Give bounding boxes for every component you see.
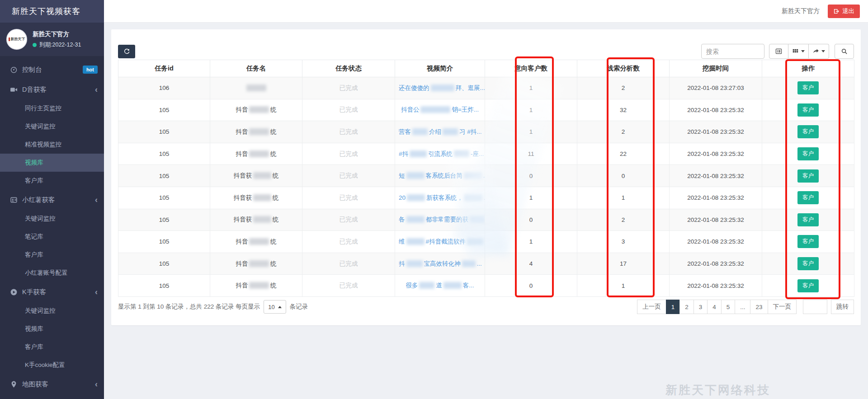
chevron-left-icon: ‹ xyxy=(95,288,98,296)
sidebar-item[interactable]: 客户库 xyxy=(0,246,104,264)
detail-view-button[interactable] xyxy=(769,44,788,59)
cell-task-name: 抖音获统 xyxy=(210,165,302,187)
video-intro-link[interactable]: #抖引流系统-座... xyxy=(399,150,484,157)
sidebar-item[interactable]: 关键词监控 xyxy=(0,210,104,228)
page-size-dropdown[interactable]: 10 xyxy=(264,300,286,314)
header-username[interactable]: 新胜天下官方 xyxy=(782,7,820,15)
cell-task-status: 已完成 xyxy=(302,231,395,253)
pagination-page[interactable]: 2 xyxy=(679,300,694,314)
status-text: 已完成 xyxy=(340,106,358,113)
cell-task-status: 已完成 xyxy=(302,99,395,121)
sidebar-item-label: D音获客 xyxy=(22,85,90,94)
video-intro-link[interactable]: 营客介绍习 #抖... xyxy=(399,128,482,135)
video-intro-link[interactable]: 还在傻傻的拜、逛展... xyxy=(399,84,485,91)
cell-clue-count: 2 xyxy=(577,121,670,143)
jump-page-input[interactable] xyxy=(803,300,827,314)
pagination-page[interactable]: 3 xyxy=(693,300,708,314)
cell-intent-count: 1 xyxy=(485,99,577,121)
pagination-next[interactable]: 下一页 xyxy=(768,300,797,314)
sidebar-item[interactable]: D音获客‹ xyxy=(0,80,104,99)
customer-button[interactable]: 客户 xyxy=(797,213,819,226)
customer-button[interactable]: 客户 xyxy=(797,147,819,160)
search-input[interactable] xyxy=(701,44,764,59)
pagination-page[interactable]: 1 xyxy=(666,300,680,314)
cell-task-name: 抖音获统 xyxy=(210,209,302,231)
sidebar-item-label: 关键词监控 xyxy=(25,122,104,131)
cell-actions: 客户 xyxy=(762,99,854,121)
text-fragment: 统 xyxy=(270,260,277,267)
columns-toggle-button[interactable] xyxy=(788,44,809,59)
sidebar-item[interactable]: 同行主页监控 xyxy=(0,99,104,117)
redacted-blur xyxy=(249,106,269,113)
sidebar-item[interactable]: 关键词监控 xyxy=(0,117,104,136)
redacted-blur xyxy=(253,216,271,223)
redacted-blur xyxy=(467,238,483,245)
sidebar-item[interactable]: 客户库 xyxy=(0,338,104,356)
page-button-list: 上一页12345...23下一页 xyxy=(637,300,797,314)
text-fragment: -座... xyxy=(471,150,484,157)
video-intro-link[interactable]: 维#抖音截流软件. xyxy=(399,238,485,245)
video-intro-link[interactable]: 抖音公销=王炸... xyxy=(401,106,479,113)
table-row: 106已完成还在傻傻的拜、逛展...122022-01-08 23:27:03客… xyxy=(118,77,854,99)
sidebar-item[interactable]: 小红薯获客‹ xyxy=(0,190,104,210)
sidebar-item-label: 视频库 xyxy=(25,325,104,333)
cell-mine-time: 2022-01-08 23:25:32 xyxy=(670,275,762,297)
cell-intent-count: 1 xyxy=(485,77,577,99)
cell-clue-count: 22 xyxy=(577,143,670,165)
sidebar-item[interactable]: 视频库 xyxy=(0,320,104,338)
redacted-blur xyxy=(249,260,269,267)
cell-task-name: 抖音统 xyxy=(210,253,302,275)
cell-video-intro: 营客介绍习 #抖... xyxy=(395,121,485,143)
video-intro-link[interactable]: 很多道客... xyxy=(406,282,474,289)
jump-button[interactable]: 跳转 xyxy=(831,300,854,314)
video-intro-link[interactable]: 各都非常需要的获. xyxy=(399,216,485,223)
status-text: 已完成 xyxy=(340,172,358,179)
export-button[interactable] xyxy=(809,44,829,59)
sidebar-item[interactable]: 地图获客‹ xyxy=(0,374,104,394)
sidebar-item[interactable]: 客户库 xyxy=(0,172,104,190)
video-intro-link[interactable]: 20新获客系统，.. xyxy=(399,194,485,201)
customer-button[interactable]: 客户 xyxy=(797,191,819,204)
refresh-icon xyxy=(123,48,130,55)
column-header-task-status: 任务状态 xyxy=(302,60,395,77)
table-row: 105抖音统已完成维#抖音截流软件.132022-01-08 23:25:32客… xyxy=(118,231,854,253)
text-fragment: 抖音获 xyxy=(234,172,252,179)
avatar: 新胜天下 xyxy=(6,29,27,50)
search-button[interactable] xyxy=(835,44,854,59)
refresh-button[interactable] xyxy=(118,45,135,58)
pagination-prev[interactable]: 上一页 xyxy=(637,300,666,314)
sidebar-item[interactable]: 控制台hot xyxy=(0,60,104,80)
sidebar-item[interactable]: 精准视频监控 xyxy=(0,136,104,154)
pagination-page[interactable]: 4 xyxy=(707,300,722,314)
sidebar-item-label: 小红薯账号配置 xyxy=(25,269,104,277)
logout-button[interactable]: 退出 xyxy=(828,5,860,18)
customer-button[interactable]: 客户 xyxy=(797,257,819,270)
video-intro-link[interactable]: 抖宝高效转化神... xyxy=(399,260,482,267)
redacted-blur xyxy=(406,172,425,179)
cell-task-id: 105 xyxy=(118,253,210,275)
cell-clue-count: 2 xyxy=(577,77,670,99)
sidebar-item[interactable]: 小红薯账号配置 xyxy=(0,264,104,282)
sidebar-item-label: 关键词监控 xyxy=(25,307,104,315)
customer-button[interactable]: 客户 xyxy=(797,103,819,117)
sidebar-item[interactable]: 关键词监控 xyxy=(0,302,104,320)
cell-task-status: 已完成 xyxy=(302,253,395,275)
customer-button[interactable]: 客户 xyxy=(797,81,819,94)
redacted-blur xyxy=(406,216,425,223)
customer-button[interactable]: 客户 xyxy=(797,169,819,183)
sidebar-item[interactable]: 视频库 xyxy=(0,154,104,172)
customer-button[interactable]: 客户 xyxy=(797,125,819,138)
sidebar-item[interactable]: K手cookie配置 xyxy=(0,356,104,374)
customer-button[interactable]: 客户 xyxy=(797,235,819,248)
cell-task-id: 105 xyxy=(118,275,210,297)
sidebar-item[interactable]: 笔记库 xyxy=(0,228,104,246)
video-intro-link[interactable]: 短客系统后台简. xyxy=(399,172,485,179)
text-fragment: 很多 xyxy=(406,282,418,289)
pagination-page[interactable]: 5 xyxy=(721,300,736,314)
sidebar-item[interactable]: K手获客‹ xyxy=(0,282,104,302)
customer-button[interactable]: 客户 xyxy=(797,279,819,292)
text-fragment: 统 xyxy=(270,150,277,157)
pagination-page[interactable]: 23 xyxy=(750,300,768,314)
redacted-blur xyxy=(406,238,425,245)
pagination-summary-prefix: 显示第 1 到第 10 条记录，总共 222 条记录 每页显示 xyxy=(118,303,260,311)
